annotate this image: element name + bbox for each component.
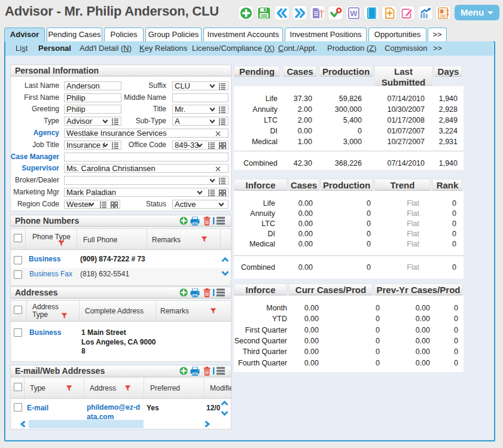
svg-text:W: W	[350, 9, 358, 18]
